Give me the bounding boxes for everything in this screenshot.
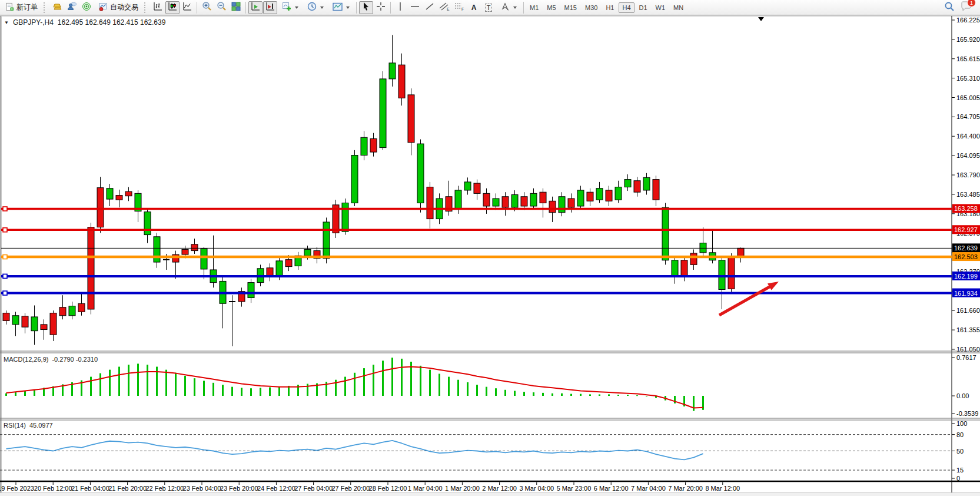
new-order-button[interactable]: 新订单 bbox=[1, 1, 42, 14]
toolbar-grip bbox=[144, 2, 148, 13]
text-tool-button[interactable]: A bbox=[467, 1, 481, 14]
svg-text:-0.3539: -0.3539 bbox=[956, 410, 978, 417]
gold-bar-icon bbox=[52, 2, 62, 13]
macd-values: -0.2790 -0.2310 bbox=[52, 356, 98, 363]
timeframe-button-W1[interactable]: W1 bbox=[652, 2, 669, 13]
svg-text:162.503: 162.503 bbox=[954, 253, 978, 260]
toolbar-grip bbox=[44, 2, 48, 13]
timeframe-button-M30[interactable]: M30 bbox=[582, 2, 601, 13]
svg-text:100: 100 bbox=[956, 420, 967, 427]
timeframe-button-D1[interactable]: D1 bbox=[636, 2, 651, 13]
svg-text:27 Feb 20:00: 27 Feb 20:00 bbox=[331, 485, 370, 492]
svg-text:164.705: 164.705 bbox=[956, 113, 980, 120]
candlestick-chart-button[interactable] bbox=[165, 1, 180, 14]
svg-text:1 Mar 04:00: 1 Mar 04:00 bbox=[408, 485, 443, 492]
line-chart-icon bbox=[182, 2, 192, 14]
svg-text:164.400: 164.400 bbox=[956, 133, 980, 140]
search-icon[interactable] bbox=[944, 1, 955, 14]
toolbar-separator bbox=[356, 2, 357, 14]
autotrading-label: 自动交易 bbox=[110, 2, 138, 12]
channel-icon: E bbox=[439, 2, 450, 14]
time-axis[interactable]: 19 Feb 202320 Feb 12:0021 Feb 04:0021 Fe… bbox=[0, 481, 980, 492]
toolbar: 新订单 自动交易 bbox=[0, 0, 980, 15]
price-level-line[interactable]: 161.934 bbox=[1, 289, 980, 297]
chart-ohlc-values: 162.495 162.649 162.415 162.639 bbox=[58, 18, 166, 27]
svg-text:E: E bbox=[447, 7, 450, 11]
macd-layer bbox=[5, 358, 704, 411]
signal-button[interactable] bbox=[79, 1, 94, 14]
chart-shift-button[interactable] bbox=[263, 1, 277, 14]
timeframe-bar: M1M5M15M30H1H4D1W1MN bbox=[526, 2, 687, 13]
periods-button[interactable] bbox=[303, 1, 328, 14]
crosshair-tool-button[interactable] bbox=[374, 1, 388, 14]
svg-text:19 Feb 2023: 19 Feb 2023 bbox=[0, 485, 34, 492]
price-level-line[interactable]: 162.639 bbox=[1, 243, 980, 252]
svg-text:163.485: 163.485 bbox=[956, 191, 980, 198]
chart-symbol-period: GBPJPY-,H4 bbox=[13, 18, 54, 27]
price-level-line[interactable]: 162.503 bbox=[1, 252, 980, 261]
line-chart-button[interactable] bbox=[180, 1, 194, 14]
tile-windows-icon bbox=[231, 2, 241, 14]
svg-text:2 Mar 12:00: 2 Mar 12:00 bbox=[482, 485, 517, 492]
candlestick-chart-icon bbox=[168, 2, 177, 14]
horizontal-line-icon bbox=[410, 2, 420, 13]
indicators-button[interactable] bbox=[278, 1, 303, 14]
timeframe-button-H4[interactable]: H4 bbox=[619, 2, 634, 13]
text-label-icon: T bbox=[485, 4, 493, 12]
accounts-button[interactable] bbox=[65, 1, 79, 14]
svg-text:165.005: 165.005 bbox=[956, 94, 980, 101]
candles-layer bbox=[3, 35, 744, 346]
vertical-line-tool-button[interactable] bbox=[393, 1, 407, 14]
equidistant-channel-tool-button[interactable]: E bbox=[437, 1, 451, 14]
auto-scroll-button[interactable] bbox=[248, 1, 263, 14]
timeframe-button-M15[interactable]: M15 bbox=[561, 2, 580, 13]
rsi-label: RSI(14) 45.0977 bbox=[4, 422, 53, 429]
chart-canvas[interactable]: 166.225165.920165.615165.310165.005164.7… bbox=[0, 15, 980, 496]
timeframe-button-H1[interactable]: H1 bbox=[602, 2, 617, 13]
timeframe-button-M1[interactable]: M1 bbox=[526, 2, 542, 13]
template-icon bbox=[333, 2, 343, 13]
chart-window: 166.225165.920165.615165.310165.005164.7… bbox=[0, 15, 980, 496]
svg-text:165.310: 165.310 bbox=[956, 75, 980, 82]
svg-text:3 Mar 04:00: 3 Mar 04:00 bbox=[519, 485, 554, 492]
svg-text:166.225: 166.225 bbox=[956, 16, 980, 24]
svg-text:0.7617: 0.7617 bbox=[956, 354, 976, 361]
trendline-icon bbox=[425, 2, 434, 14]
autotrading-button[interactable]: 自动交易 bbox=[94, 1, 142, 14]
zoom-out-button[interactable] bbox=[214, 1, 228, 14]
svg-text:23 Feb 04:00: 23 Feb 04:00 bbox=[183, 485, 221, 492]
chart-title: ▼ GBPJPY-,H4 162.495 162.649 162.415 162… bbox=[4, 18, 165, 27]
vertical-line-icon bbox=[396, 2, 404, 14]
svg-text:80: 80 bbox=[956, 431, 964, 438]
zoom-in-button[interactable] bbox=[200, 1, 214, 14]
clock-icon bbox=[307, 2, 317, 13]
tile-windows-button[interactable] bbox=[229, 1, 243, 14]
autotrading-icon bbox=[98, 2, 108, 13]
horizontal-line-tool-button[interactable] bbox=[408, 1, 422, 14]
status-strip bbox=[0, 492, 980, 496]
templates-button[interactable] bbox=[328, 1, 354, 14]
svg-text:20 Feb 12:00: 20 Feb 12:00 bbox=[34, 485, 72, 492]
macd-label: MACD(12,26,9) -0.2790 -0.2310 bbox=[4, 356, 98, 363]
auto-scroll-icon bbox=[251, 2, 260, 14]
arrows-tool-button[interactable] bbox=[496, 1, 521, 14]
svg-text:6 Mar 12:00: 6 Mar 12:00 bbox=[594, 485, 629, 492]
toolbar-separator bbox=[245, 2, 246, 14]
gold-quotes-button[interactable] bbox=[50, 1, 64, 14]
chart-shift-marker[interactable] bbox=[758, 17, 764, 21]
svg-text:162.199: 162.199 bbox=[954, 273, 978, 280]
chart-shift-icon bbox=[265, 2, 275, 14]
collapse-triangle-icon[interactable]: ▼ bbox=[4, 20, 9, 25]
bar-chart-button[interactable] bbox=[151, 1, 165, 14]
notification-badge: 1 bbox=[967, 0, 976, 7]
trendline-tool-button[interactable] bbox=[423, 1, 437, 14]
timeframe-button-M5[interactable]: M5 bbox=[543, 2, 559, 13]
notifications-button[interactable]: 1 bbox=[961, 1, 972, 14]
price-level-line[interactable]: 162.199 bbox=[1, 272, 980, 280]
svg-text:161.355: 161.355 bbox=[956, 326, 980, 333]
text-label-tool-button[interactable]: T bbox=[481, 1, 496, 14]
svg-text:22 Feb 12:00: 22 Feb 12:00 bbox=[145, 485, 184, 492]
fibonacci-tool-button[interactable]: F bbox=[452, 1, 466, 14]
cursor-tool-button[interactable] bbox=[359, 1, 373, 14]
timeframe-button-MN[interactable]: MN bbox=[670, 2, 687, 13]
